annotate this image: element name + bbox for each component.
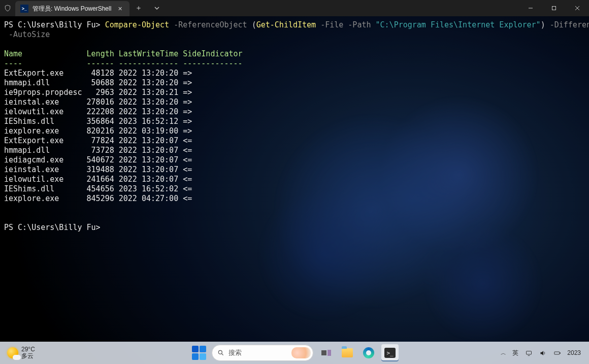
ime-indicator[interactable]: 英 <box>512 349 518 357</box>
taskview-icon <box>328 350 331 356</box>
volume-icon[interactable] <box>539 349 547 357</box>
param: -File <box>320 20 343 29</box>
svg-rect-8 <box>554 352 560 354</box>
table-header: Name Length LastWriteTime SideIndicator <box>4 49 243 58</box>
search-highlight-icon <box>291 347 311 358</box>
param: -Path <box>348 20 371 29</box>
search-icon <box>217 349 224 356</box>
tab-title: 管理员: Windows PowerShell <box>32 5 111 13</box>
taskbar-center: 搜索 >_ <box>190 344 399 361</box>
svg-rect-6 <box>526 351 531 354</box>
terminal-icon: >_ <box>384 348 396 358</box>
window-controls <box>519 0 589 16</box>
prompt: PS C:\Users\Billy Fu> <box>4 20 101 29</box>
table-divider: ---- ------ ------------- ------------- <box>4 59 243 68</box>
file-explorer-icon <box>342 348 353 357</box>
battery-icon[interactable] <box>553 349 561 357</box>
svg-rect-9 <box>560 352 560 354</box>
task-view-button[interactable] <box>317 344 335 361</box>
terminal-tab[interactable]: >_ 管理员: Windows PowerShell ✕ <box>15 1 129 16</box>
powershell-icon: >_ <box>20 5 28 13</box>
terminal-output[interactable]: PS C:\Users\Billy Fu> Compare-Object -Re… <box>0 16 589 342</box>
edge-button[interactable] <box>360 344 377 361</box>
weather-widget[interactable]: 29°C 多云 <box>0 346 35 359</box>
svg-rect-1 <box>552 7 556 10</box>
svg-line-5 <box>222 354 223 355</box>
system-tray: ︿ 英 2023 <box>501 349 589 357</box>
close-tab-button[interactable]: ✕ <box>115 4 124 13</box>
terminal-taskbar-button[interactable]: >_ <box>381 344 399 361</box>
prompt: PS C:\Users\Billy Fu> <box>4 223 101 232</box>
close-window-button[interactable] <box>566 0 589 16</box>
taskbar-search[interactable]: 搜索 <box>212 345 313 361</box>
cmdlet: Get-ChildItem <box>256 20 316 29</box>
paren: ( <box>252 20 256 29</box>
network-icon[interactable] <box>525 349 533 357</box>
tab-dropdown-button[interactable] <box>148 0 166 16</box>
taskview-icon <box>321 350 326 355</box>
taskbar: 29°C 多云 搜索 >_ ︿ 英 2023 <box>0 342 589 364</box>
shield-icon <box>0 0 15 16</box>
weather-description: 多云 <box>21 353 35 359</box>
edge-icon <box>363 347 374 358</box>
clock-year[interactable]: 2023 <box>567 349 581 356</box>
new-tab-button[interactable]: ＋ <box>129 0 148 16</box>
paren: ) <box>541 20 545 29</box>
start-button[interactable] <box>190 344 208 361</box>
file-explorer-button[interactable] <box>339 344 356 361</box>
param: -DifferenceObject <box>550 20 589 29</box>
string-literal: "C:\Program Files\Internet Explorer" <box>376 20 541 29</box>
search-placeholder: 搜索 <box>228 348 242 357</box>
window-titlebar: >_ 管理员: Windows PowerShell ✕ ＋ <box>0 0 589 16</box>
table-rows: ExtExport.exe 48128 2022 13:20:20 => hmm… <box>4 69 192 203</box>
maximize-button[interactable] <box>542 0 566 16</box>
param: -AutoSize <box>9 30 50 39</box>
svg-point-4 <box>218 350 222 354</box>
tray-overflow-button[interactable]: ︿ <box>501 349 506 357</box>
windows-logo-icon <box>192 346 206 360</box>
weather-icon <box>7 347 18 358</box>
param: -ReferenceObject <box>174 20 247 29</box>
cmdlet: Compare-Object <box>105 20 169 29</box>
minimize-button[interactable] <box>519 0 542 16</box>
